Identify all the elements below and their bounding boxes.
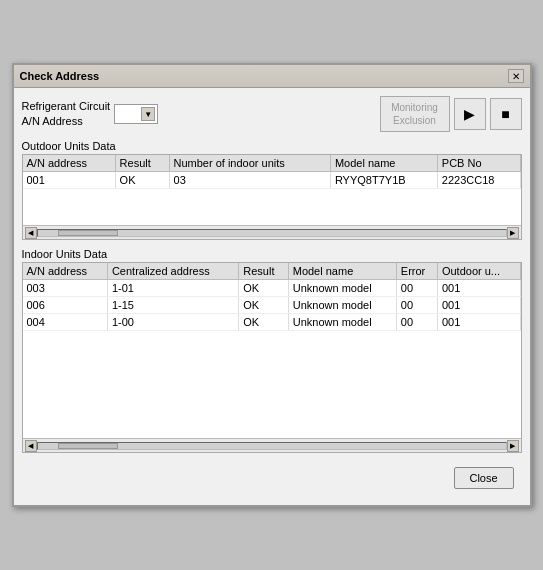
outdoor-table: A/N address Result Number of indoor unit… [23, 155, 521, 189]
close-button[interactable]: Close [454, 467, 514, 489]
monitoring-exclusion-button[interactable]: Monitoring Exclusion [380, 96, 450, 132]
stop-button[interactable]: ■ [490, 98, 522, 130]
indoor-col-centralized: Centralized address [107, 263, 238, 280]
indoor-scrollbar[interactable]: ◀ ▶ [23, 438, 521, 452]
left-controls: Refrigerant Circuit A/N Address ▼ [22, 99, 159, 130]
outdoor-section-label: Outdoor Units Data [22, 140, 522, 152]
indoor-col-outdoor: Outdoor u... [437, 263, 520, 280]
table-row: 0041-00OKUnknown model00001 [23, 314, 521, 331]
table-row: 001OK03RYYQ8T7Y1B2223CC18 [23, 172, 521, 189]
titlebar: Check Address ✕ [14, 65, 530, 88]
refrigerant-label: Refrigerant Circuit A/N Address [22, 99, 111, 130]
outdoor-col-pcb: PCB No [437, 155, 520, 172]
outdoor-col-model: Model name [330, 155, 437, 172]
indoor-scroll-thumb[interactable] [58, 443, 118, 449]
indoor-scroll-right[interactable]: ▶ [507, 440, 519, 452]
monitoring-btn-text: Monitoring Exclusion [391, 101, 438, 127]
outdoor-col-an: A/N address [23, 155, 116, 172]
table-row: 0061-15OKUnknown model00001 [23, 297, 521, 314]
outdoor-col-num-indoor: Number of indoor units [169, 155, 330, 172]
outdoor-col-result: Result [115, 155, 169, 172]
top-controls-row: Refrigerant Circuit A/N Address ▼ Monito… [22, 96, 522, 132]
outdoor-scroll-right[interactable]: ▶ [507, 227, 519, 239]
play-icon: ▶ [464, 106, 475, 122]
outdoor-section: Outdoor Units Data A/N address Result Nu… [22, 140, 522, 240]
play-button[interactable]: ▶ [454, 98, 486, 130]
indoor-col-error: Error [396, 263, 437, 280]
check-address-window: Check Address ✕ Refrigerant Circuit A/N … [12, 63, 532, 507]
indoor-table: A/N address Centralized address Result M… [23, 263, 521, 331]
indoor-section-label: Indoor Units Data [22, 248, 522, 260]
refrigerant-combo[interactable]: ▼ [114, 104, 158, 124]
main-content: Refrigerant Circuit A/N Address ▼ Monito… [14, 88, 530, 505]
window-title: Check Address [20, 70, 100, 82]
outdoor-table-container: A/N address Result Number of indoor unit… [22, 154, 522, 240]
outdoor-scroll-track[interactable] [37, 229, 507, 237]
indoor-col-an: A/N address [23, 263, 108, 280]
outdoor-scroll-left[interactable]: ◀ [25, 227, 37, 239]
indoor-col-model: Model name [288, 263, 396, 280]
stop-icon: ■ [501, 106, 509, 122]
indoor-table-wrap: A/N address Centralized address Result M… [23, 263, 521, 438]
table-row: 0031-01OKUnknown model00001 [23, 280, 521, 297]
footer-bar: Close [22, 461, 522, 497]
indoor-col-result: Result [239, 263, 288, 280]
indoor-section: Indoor Units Data A/N address Centralize… [22, 248, 522, 453]
window-close-button[interactable]: ✕ [508, 69, 524, 83]
combo-arrow-icon[interactable]: ▼ [141, 107, 155, 121]
outdoor-scrollbar[interactable]: ◀ ▶ [23, 225, 521, 239]
right-controls: Monitoring Exclusion ▶ ■ [380, 96, 522, 132]
outdoor-scroll-thumb[interactable] [58, 230, 118, 236]
indoor-table-container: A/N address Centralized address Result M… [22, 262, 522, 453]
outdoor-table-wrap: A/N address Result Number of indoor unit… [23, 155, 521, 225]
indoor-scroll-left[interactable]: ◀ [25, 440, 37, 452]
indoor-scroll-track[interactable] [37, 442, 507, 450]
